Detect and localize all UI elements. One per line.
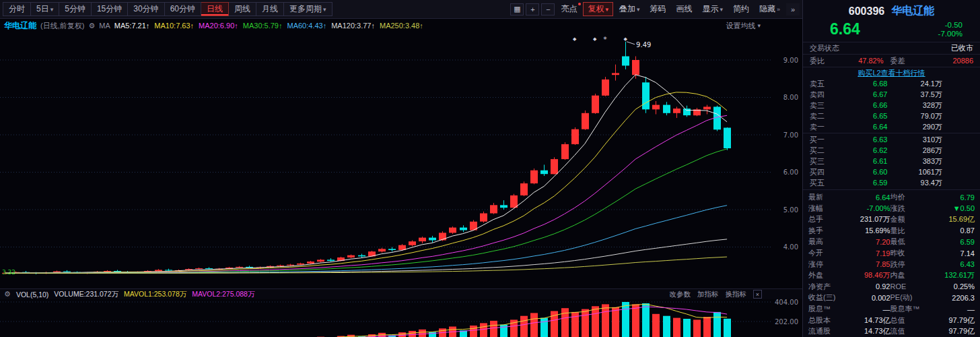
tool-button-highlight[interactable]: 亮点 bbox=[557, 3, 581, 16]
chart-meta: (日线,前复权) bbox=[40, 21, 84, 31]
bid-row[interactable]: 买三6.61383万 bbox=[803, 156, 980, 166]
period-tab-realtime[interactable]: 分时 bbox=[3, 2, 31, 16]
candle-body bbox=[652, 105, 660, 110]
l2-link[interactable]: 购买L2查看十档行情 bbox=[858, 68, 925, 78]
switch-indicator-button[interactable]: 换指标 bbox=[726, 290, 747, 299]
ma-settings-button[interactable]: 设置均线▾ bbox=[726, 21, 761, 31]
bid-row[interactable]: 买四6.601061万 bbox=[803, 166, 980, 177]
ma-line bbox=[5, 206, 727, 274]
tool-buttons: ▦ + − 亮点复权▾叠加▾筹码画线显示▾简约隐藏» » bbox=[510, 2, 800, 16]
ma-line bbox=[5, 239, 727, 273]
period-tab-more[interactable]: 更多周期▾ bbox=[284, 2, 332, 16]
candle-body bbox=[460, 228, 467, 231]
stat-value: 231.07万 bbox=[843, 214, 890, 224]
stat-label: 昨收 bbox=[890, 248, 928, 258]
volume-chart[interactable]: 404.00202.00 bbox=[0, 299, 802, 337]
ma-value: MA120:3.77↑ bbox=[331, 22, 375, 30]
ask-row[interactable]: 卖一6.64290万 bbox=[803, 121, 980, 132]
bid-amount: 383万 bbox=[888, 156, 943, 166]
dropdown-arrow-icon: ▾ bbox=[637, 6, 640, 13]
candlestick-chart[interactable]: 9.008.007.006.005.004.009.49◆◆◆*3.32 bbox=[0, 32, 802, 288]
period-tab-5min[interactable]: 5分钟 bbox=[59, 2, 92, 16]
ask-row[interactable]: 卖五6.6824.1万 bbox=[803, 78, 980, 89]
tool-label: 显示 bbox=[702, 3, 718, 15]
tool-label: 复权 bbox=[588, 3, 604, 15]
close-indicator-button[interactable]: × bbox=[753, 290, 762, 299]
layout-icon-button[interactable]: ▦ bbox=[510, 3, 524, 16]
stat-value: ▼0.50 bbox=[928, 204, 975, 212]
change-params-button[interactable]: 改参数 bbox=[670, 290, 691, 299]
close-icon: × bbox=[756, 291, 759, 298]
ask-row[interactable]: 卖三6.66328万 bbox=[803, 100, 980, 111]
bid-row[interactable]: 买五6.5993.4万 bbox=[803, 177, 980, 188]
ask-row[interactable]: 卖四6.6737.5万 bbox=[803, 89, 980, 100]
stat-row: 股息™—股息率™— bbox=[803, 303, 980, 315]
candle-body bbox=[155, 270, 162, 271]
zoom-out-button[interactable]: − bbox=[541, 3, 555, 16]
period-tab-60min[interactable]: 60分钟 bbox=[165, 2, 201, 16]
candle-body bbox=[165, 270, 172, 270]
stat-label: 金额 bbox=[890, 214, 928, 224]
volume-bar bbox=[652, 314, 660, 337]
ma-value: MA10:7.63↑ bbox=[154, 22, 194, 30]
tool-button-display[interactable]: 显示▾ bbox=[698, 3, 727, 16]
period-tab-5day[interactable]: 5日▾ bbox=[31, 2, 59, 16]
volume-bar bbox=[642, 303, 650, 337]
candle-body bbox=[530, 171, 538, 183]
l2-promo-row: 购买L2查看十档行情 bbox=[803, 67, 980, 78]
period-tab-daily[interactable]: 日线 bbox=[201, 2, 229, 16]
price-marker: 3.32 bbox=[2, 269, 15, 276]
price-summary: 6.64 -0.50 -7.00% bbox=[803, 18, 980, 42]
period-tab-15min[interactable]: 15分钟 bbox=[92, 2, 128, 16]
ask-price: 6.64 bbox=[833, 123, 888, 131]
tool-button-adjust[interactable]: 复权▾ bbox=[583, 2, 613, 16]
candle-body bbox=[663, 105, 670, 113]
last-price: 6.64 bbox=[830, 20, 860, 38]
candle-body bbox=[327, 259, 335, 261]
ask-price: 6.68 bbox=[833, 80, 888, 88]
mavol1-label: MAVOL1:253.078万 bbox=[124, 290, 186, 299]
candle-body bbox=[307, 262, 314, 264]
period-tab-30min[interactable]: 30分钟 bbox=[128, 2, 164, 16]
tool-button-drawline[interactable]: 画线 bbox=[672, 3, 696, 16]
stat-label: 流值 bbox=[890, 326, 928, 336]
tool-button-hide[interactable]: 隐藏» bbox=[755, 3, 784, 16]
stat-label: 总值 bbox=[890, 315, 928, 326]
stat-label: 量比 bbox=[890, 226, 928, 236]
y-axis-label: 8.00 bbox=[783, 94, 798, 101]
bid-row[interactable]: 买二6.62286万 bbox=[803, 145, 980, 156]
ask-amount: 24.1万 bbox=[888, 79, 943, 89]
volume-bar bbox=[724, 319, 731, 337]
stat-row: 外盘98.46万内盘132.61万 bbox=[803, 270, 980, 281]
chart-header: 华电辽能 (日线,前复权) ⚙ MA MA5:7.21↑MA10:7.63↑MA… bbox=[0, 19, 802, 32]
tool-button-overlay[interactable]: 叠加▾ bbox=[615, 3, 644, 16]
tool-label: 叠加 bbox=[619, 3, 635, 15]
tool-button-chips[interactable]: 筹码 bbox=[645, 3, 670, 16]
add-indicator-button[interactable]: 加指标 bbox=[697, 290, 719, 299]
ask-label: 卖一 bbox=[810, 122, 833, 132]
zoom-in-button[interactable]: + bbox=[526, 3, 539, 16]
bid-levels: 买一6.63310万买二6.62286万买三6.61383万买四6.601061… bbox=[803, 134, 980, 188]
stock-name[interactable]: 华电辽能 bbox=[891, 4, 934, 18]
ask-row[interactable]: 卖二6.6579.0万 bbox=[803, 111, 980, 121]
bid-label: 买三 bbox=[810, 156, 833, 166]
ma-value: MA250:3.48↑ bbox=[380, 22, 423, 30]
candle-body bbox=[429, 238, 436, 241]
notification-dot-icon bbox=[578, 3, 581, 5]
candle-body bbox=[500, 205, 508, 208]
period-tab-weekly[interactable]: 周线 bbox=[229, 2, 256, 16]
gear-icon[interactable]: ⚙ bbox=[88, 22, 95, 30]
candle-body bbox=[114, 271, 121, 272]
stat-label: 涨停 bbox=[808, 259, 843, 270]
ma-value: MA5:7.21↑ bbox=[114, 22, 150, 30]
collapse-panel-button[interactable]: » bbox=[786, 3, 800, 16]
chart-stock-name: 华电辽能 bbox=[4, 20, 36, 32]
volume-svg: 404.00202.00 bbox=[0, 299, 802, 337]
bid-row[interactable]: 买一6.63310万 bbox=[803, 134, 980, 145]
volume-header: ⚙ VOL(5,10) VOLUME:231.072万 MAVOL1:253.0… bbox=[0, 288, 802, 299]
period-tab-monthly[interactable]: 月线 bbox=[256, 2, 284, 16]
stat-label: 均价 bbox=[890, 192, 928, 202]
tool-button-simple[interactable]: 简约 bbox=[729, 3, 753, 16]
volume-bar bbox=[409, 331, 416, 337]
gear-icon[interactable]: ⚙ bbox=[4, 290, 11, 299]
